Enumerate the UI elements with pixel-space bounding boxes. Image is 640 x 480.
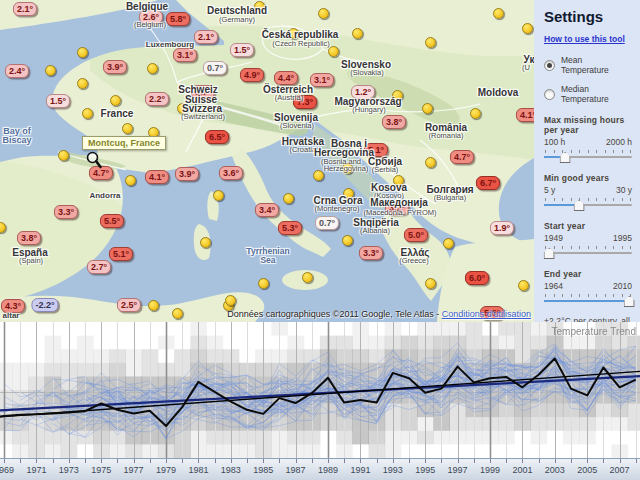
temp-trend-marker[interactable]: 4.9° [240,68,264,82]
slider-track-area[interactable] [544,292,632,306]
station-marker[interactable] [470,108,481,119]
temp-trend-marker[interactable]: 3.1° [173,48,197,62]
station-marker[interactable] [148,300,159,311]
station-marker[interactable] [422,103,433,114]
temp-trend-marker[interactable]: 3.9° [175,167,199,181]
temp-trend-marker[interactable]: -2.2° [31,298,58,312]
slider-handle[interactable] [560,152,571,163]
europe-map[interactable]: 2.1°2.6°5.8°2.1°1.5°3.1°0.7°2.4°3.9°4.9°… [0,0,534,322]
axis-year-label: 1983 [216,465,246,475]
temp-trend-marker[interactable]: 3.8° [382,115,406,129]
station-marker[interactable] [147,63,158,74]
station-marker[interactable] [493,8,504,19]
help-link[interactable]: How to use this tool [544,34,625,44]
station-marker[interactable] [58,150,69,161]
slider-ticks [545,198,631,201]
slider-handle[interactable] [574,200,585,211]
slider-range-labels: 5 y30 y [544,185,632,195]
temp-trend-marker[interactable]: 5.5° [100,214,124,228]
temp-trend-marker[interactable]: 1.5° [46,94,70,108]
station-marker[interactable] [443,238,454,249]
axis-year-label: 1971 [21,465,51,475]
temp-trend-marker[interactable]: 1.9° [490,221,514,235]
station-marker[interactable] [77,47,88,58]
station-marker[interactable] [328,46,339,57]
temp-trend-marker[interactable]: 3.1° [310,73,334,87]
temperature-trend-chart: Temperature Trend 1969197119731975197719… [0,322,640,480]
temp-trend-marker[interactable]: 5.0° [404,228,428,242]
temp-trend-marker[interactable]: 6.0° [465,271,489,285]
station-marker[interactable] [213,190,224,201]
station-marker[interactable] [425,157,436,168]
station-marker[interactable] [225,295,236,306]
temp-trend-marker[interactable]: 2.4° [5,64,29,78]
station-marker[interactable] [45,65,56,76]
slider-track[interactable] [544,252,632,254]
radio-row-median[interactable]: Median Temperature [544,84,632,104]
axis-year-label: 1991 [345,465,375,475]
station-marker[interactable] [302,272,313,283]
station-marker[interactable] [318,8,329,19]
temp-trend-marker[interactable]: 0.7° [315,216,339,230]
radio-row-mean[interactable]: Mean Temperature [544,55,632,75]
mean-temperature-radio[interactable] [544,60,555,71]
axis-year-label: 1973 [54,465,84,475]
axis-year-label: 1995 [410,465,440,475]
chart-x-axis: 1969197119731975197719791981198319851987… [0,458,640,480]
temp-trend-marker[interactable]: 4.7° [450,150,474,164]
temp-trend-marker[interactable]: 4.1° [145,170,169,184]
axis-tick [344,459,345,463]
station-marker[interactable] [352,28,363,39]
temp-trend-marker[interactable]: 3.3° [359,246,383,260]
temp-trend-marker[interactable]: 3.8° [17,231,41,245]
station-marker[interactable] [283,193,294,204]
temp-trend-marker[interactable]: 0.7° [203,61,227,75]
station-marker[interactable] [110,95,121,106]
slider-track[interactable] [544,156,632,158]
temp-trend-marker[interactable]: 2.7° [87,260,111,274]
slider-track[interactable] [544,204,632,206]
temp-trend-marker[interactable]: 3.4° [255,203,279,217]
temp-trend-marker[interactable]: 2.1° [13,2,37,16]
temp-trend-marker[interactable]: 3.9° [103,60,127,74]
temp-trend-marker[interactable]: 2.5° [117,298,141,312]
temp-trend-marker[interactable]: 2.1° [194,30,218,44]
temp-trend-marker[interactable]: 3.3° [54,205,78,219]
axis-tick [360,459,361,463]
slider-range-labels: 100 h2000 h [544,137,632,147]
slider-label: Max missing hours per year [544,115,632,135]
slider-track-area[interactable] [544,148,632,162]
station-marker[interactable] [77,78,88,89]
temp-trend-marker[interactable]: 4.1° [516,108,534,122]
slider-track-area[interactable] [544,196,632,210]
station-marker[interactable] [425,37,436,48]
slider-track[interactable] [544,300,632,302]
temp-trend-marker[interactable]: 2.2° [145,92,169,106]
temp-trend-marker[interactable]: 6.5° [205,130,229,144]
station-marker[interactable] [125,175,136,186]
station-marker[interactable] [342,235,353,246]
map-label: Moldova [478,87,519,98]
temp-trend-marker[interactable]: 5.3° [278,221,302,235]
temp-trend-marker[interactable]: 3.6° [219,166,243,180]
station-marker[interactable] [200,237,211,248]
station-marker[interactable] [172,308,183,319]
slider-track-area[interactable] [544,244,632,258]
attribution-terms-link[interactable]: Conditions d'utilisation [442,309,531,319]
settings-title: Settings [544,8,632,25]
slider-handle[interactable] [624,296,635,307]
temp-trend-marker[interactable]: 1.5° [230,43,254,57]
station-marker[interactable] [522,23,533,34]
station-marker[interactable] [82,108,93,119]
station-marker[interactable] [313,170,324,181]
median-temperature-radio[interactable] [544,89,555,100]
temp-trend-marker[interactable]: 5.8° [166,12,190,26]
station-marker[interactable] [518,280,529,291]
temp-trend-marker[interactable]: 5.1° [109,247,133,261]
station-marker[interactable] [122,123,133,134]
temp-trend-marker[interactable]: 6.7° [476,176,500,190]
station-marker[interactable] [425,278,436,289]
station-marker[interactable] [258,278,269,289]
map-label: (Slovenia) [280,121,314,130]
slider-handle[interactable] [544,248,555,259]
